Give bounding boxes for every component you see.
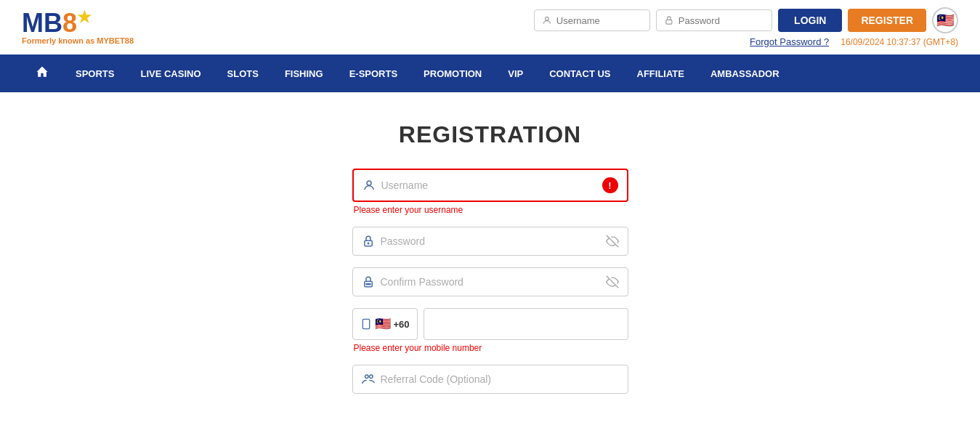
header: MB8★ Formerly known as MYBET88 LOGIN REG… [0, 0, 980, 54]
svg-point-0 [546, 17, 549, 20]
header-bottom-row: Forgot Password ? 16/09/2024 10:37:37 (G… [750, 36, 958, 47]
password-header-input[interactable] [679, 15, 764, 26]
username-input-wrapper[interactable] [534, 9, 650, 31]
nav-item-affiliate[interactable]: AFFILIATE [624, 58, 697, 89]
lock-dots-icon [362, 275, 375, 288]
lock-icon [664, 15, 674, 26]
username-input[interactable] [381, 179, 596, 191]
svg-point-13 [365, 375, 368, 379]
header-controls: LOGIN REGISTER 🇲🇾 [534, 7, 958, 33]
forgot-password-link[interactable]: Forgot Password ? [750, 36, 829, 47]
language-flag[interactable]: 🇲🇾 [932, 7, 958, 33]
register-button[interactable]: REGISTER [848, 9, 926, 32]
phone-icon [360, 318, 372, 330]
svg-rect-1 [666, 20, 672, 24]
nav-item-ambassador[interactable]: AMBASSADOR [697, 58, 793, 89]
nav-item-promotion[interactable]: PROMOTION [410, 58, 495, 89]
phone-row: 🇲🇾 +60 [352, 308, 628, 340]
referral-input[interactable] [381, 373, 619, 385]
nav-item-esports[interactable]: E-SPORTS [336, 58, 410, 89]
referral-field [352, 365, 628, 394]
logo-formerly: Formerly known as MYBET88 [22, 36, 134, 45]
logo-eight: 8 [62, 8, 77, 38]
svg-point-9 [369, 283, 370, 285]
password-input-wrapper[interactable] [352, 227, 628, 256]
referral-input-wrapper[interactable] [352, 365, 628, 394]
nav-item-live-casino[interactable]: LIVE CASINO [127, 58, 214, 89]
username-input-wrapper[interactable]: ! [352, 169, 628, 202]
phone-field: 🇲🇾 +60 Please enter your mobile number [352, 308, 628, 353]
registration-form: ! Please enter your username [352, 169, 628, 394]
svg-point-8 [368, 283, 369, 285]
username-header-input[interactable] [556, 15, 642, 26]
logo-star: ★ [77, 8, 92, 26]
phone-input[interactable] [424, 308, 628, 340]
password-field [352, 227, 628, 256]
password-input-wrapper[interactable] [656, 9, 772, 31]
referral-icon [362, 373, 375, 386]
login-button[interactable]: LOGIN [778, 9, 842, 32]
svg-point-14 [369, 375, 373, 379]
svg-point-2 [367, 181, 371, 185]
nav-item-contact-us[interactable]: CONTACT US [536, 58, 623, 89]
page-title: REGISTRATION [399, 121, 581, 148]
nav-item-fishing[interactable]: FISHING [272, 58, 336, 89]
username-field: ! Please enter your username [352, 169, 628, 215]
logo-mb: MB [22, 8, 62, 38]
datetime: 16/09/2024 10:37:37 (GMT+8) [841, 37, 958, 47]
eye-off-confirm-icon[interactable] [606, 275, 619, 288]
nav-item-sports[interactable]: SPORTS [62, 58, 127, 89]
svg-rect-11 [363, 319, 369, 328]
svg-point-7 [366, 283, 368, 285]
lock-icon [362, 235, 375, 248]
error-icon: ! [602, 177, 618, 193]
password-input[interactable] [381, 235, 600, 247]
confirm-password-input-wrapper[interactable] [352, 267, 628, 296]
phone-code: +60 [394, 319, 410, 330]
phone-flag: 🇲🇾 [375, 316, 391, 332]
eye-off-icon[interactable] [606, 235, 619, 248]
nav-bar: SPORTS LIVE CASINO SLOTS FISHING E-SPORT… [0, 54, 980, 92]
main-content: REGISTRATION ! Please enter your usernam… [0, 92, 980, 423]
header-right: LOGIN REGISTER 🇲🇾 Forgot Password ? 16/0… [534, 7, 958, 47]
phone-prefix[interactable]: 🇲🇾 +60 [352, 308, 418, 340]
confirm-password-input[interactable] [381, 276, 600, 288]
username-error-msg: Please enter your username [352, 205, 628, 215]
nav-item-slots[interactable]: SLOTS [214, 58, 272, 89]
user-icon [542, 15, 552, 26]
nav-home-button[interactable] [22, 54, 62, 92]
nav-item-vip[interactable]: VIP [495, 58, 536, 89]
user-icon [363, 179, 376, 192]
phone-error-msg: Please enter your mobile number [352, 343, 628, 353]
svg-point-4 [368, 243, 369, 244]
logo: MB8★ Formerly known as MYBET88 [22, 9, 134, 45]
confirm-password-field [352, 267, 628, 296]
